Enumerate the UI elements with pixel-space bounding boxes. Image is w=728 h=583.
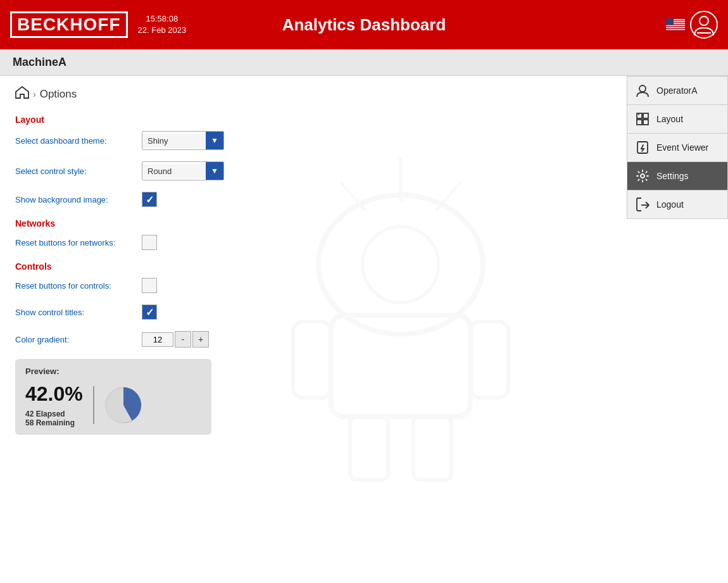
svg-rect-29	[637, 113, 642, 118]
show-titles-check-icon: ✓	[146, 306, 154, 318]
stepper-plus-button[interactable]: +	[192, 331, 209, 348]
show-titles-label: Show control titles:	[15, 308, 142, 317]
controls-reset-row: Reset buttons for controls: ✓	[15, 278, 713, 293]
user-avatar[interactable]	[690, 11, 718, 39]
control-style-dropdown[interactable]: Round ▼	[142, 161, 224, 180]
svg-rect-7	[666, 25, 685, 27]
networks-reset-label: Reset buttons for networks:	[15, 238, 142, 248]
color-gradient-label: Color gradient:	[15, 335, 142, 344]
background-image-row: Show background image: ✓	[15, 192, 713, 207]
svg-point-14	[700, 16, 708, 25]
controls-reset-label: Reset buttons for controls:	[15, 281, 142, 291]
control-style-label: Select control style:	[15, 166, 142, 176]
breadcrumb-separator: ›	[33, 89, 36, 99]
preview-percent-block: 42.0% 42 Elapsed 58 Remaining	[25, 382, 83, 427]
control-style-dropdown-value: Round	[142, 164, 206, 179]
menu-item-layout-label: Layout	[656, 114, 683, 124]
control-style-dropdown-arrow[interactable]: ▼	[206, 162, 223, 180]
menu-item-layout[interactable]: Layout	[627, 105, 727, 134]
machine-name: MachineA	[13, 56, 66, 68]
svg-rect-22	[413, 417, 451, 480]
stepper-minus-button[interactable]: -	[175, 331, 191, 348]
breadcrumb: › Options	[15, 86, 713, 102]
color-gradient-stepper: 12 - +	[142, 331, 209, 348]
preview-stats: 42 Elapsed 58 Remaining	[25, 410, 83, 427]
main-content: › Options Layout Select dashboard theme:…	[0, 76, 728, 582]
controls-reset-checkbox[interactable]: ✓	[142, 278, 157, 293]
menu-item-logout[interactable]: Logout	[627, 191, 727, 218]
header-datetime: 15:58:08 22. Feb 2023	[138, 13, 187, 36]
theme-dropdown-arrow[interactable]: ▼	[206, 132, 223, 149]
header-time: 15:58:08	[138, 13, 187, 25]
background-image-label: Show background image:	[15, 195, 142, 204]
svg-rect-13	[666, 18, 674, 25]
header-right	[666, 11, 718, 39]
preview-chart	[104, 386, 142, 424]
menu-item-operator[interactable]: OperatorA	[627, 77, 727, 105]
background-image-checkbox[interactable]: ✓	[142, 192, 157, 207]
checkbox-check-icon: ✓	[146, 194, 154, 206]
theme-dropdown[interactable]: Shiny ▼	[142, 131, 224, 150]
preview-card: Preview: 42.0% 42 Elapsed 58 Remaining	[15, 359, 211, 435]
svg-rect-9	[666, 27, 685, 28]
preview-remaining: 58 Remaining	[25, 418, 83, 427]
menu-item-settings-label: Settings	[656, 171, 689, 181]
menu-item-settings[interactable]: Settings	[627, 162, 727, 191]
networks-section-title: Networks	[15, 218, 713, 229]
preview-title: Preview:	[25, 367, 201, 376]
layout-section-title: Layout	[15, 115, 713, 125]
networks-reset-checkbox[interactable]: ✓	[142, 235, 157, 250]
event-viewer-icon	[635, 140, 650, 155]
operator-icon	[635, 83, 650, 98]
svg-rect-18	[331, 315, 470, 417]
svg-rect-31	[637, 120, 642, 125]
beckhoff-logo: BECKHOFF	[10, 11, 128, 38]
user-dropdown-menu: OperatorA Layout Event View	[627, 76, 728, 219]
menu-item-operator-label: OperatorA	[656, 85, 698, 96]
svg-rect-12	[666, 30, 685, 31]
header: BECKHOFF 15:58:08 22. Feb 2023 Analytics…	[0, 0, 728, 49]
theme-row: Select dashboard theme: Shiny ▼	[15, 131, 713, 150]
svg-rect-32	[643, 120, 648, 125]
show-titles-row: Show control titles: ✓	[15, 304, 713, 320]
svg-rect-8	[666, 26, 685, 27]
settings-icon	[635, 168, 650, 184]
logout-icon	[635, 197, 650, 212]
menu-item-event-viewer-label: Event Viewer	[656, 142, 708, 153]
preview-body: 42.0% 42 Elapsed 58 Remaining	[25, 382, 201, 427]
preview-percent: 42.0%	[25, 382, 83, 406]
svg-rect-21	[350, 417, 388, 480]
svg-rect-11	[666, 29, 685, 30]
preview-elapsed: 42 Elapsed	[25, 410, 83, 418]
breadcrumb-current: Options	[40, 88, 77, 101]
machine-bar: MachineA	[0, 49, 728, 76]
svg-rect-10	[666, 28, 685, 29]
home-icon[interactable]	[15, 86, 29, 102]
networks-reset-row: Reset buttons for networks: ✓	[15, 235, 713, 250]
menu-item-event-viewer[interactable]: Event Viewer	[627, 134, 727, 162]
layout-icon	[635, 111, 650, 127]
header-date: 22. Feb 2023	[138, 25, 187, 36]
color-gradient-row: Color gradient: 12 - +	[15, 331, 713, 348]
page-area: › Options Layout Select dashboard theme:…	[0, 76, 728, 582]
controls-section-title: Controls	[15, 261, 713, 272]
show-titles-checkbox[interactable]: ✓	[142, 304, 157, 320]
svg-rect-30	[643, 113, 648, 118]
svg-point-28	[639, 85, 646, 92]
svg-point-35	[641, 174, 644, 178]
control-style-row: Select control style: Round ▼	[15, 161, 713, 180]
stepper-value[interactable]: 12	[142, 332, 173, 347]
theme-label: Select dashboard theme:	[15, 136, 142, 146]
menu-item-logout-label: Logout	[656, 199, 684, 210]
preview-divider	[93, 386, 94, 424]
flag-icon	[666, 18, 685, 31]
theme-dropdown-value: Shiny	[142, 134, 206, 148]
header-title: Analytics Dashboard	[282, 15, 446, 35]
